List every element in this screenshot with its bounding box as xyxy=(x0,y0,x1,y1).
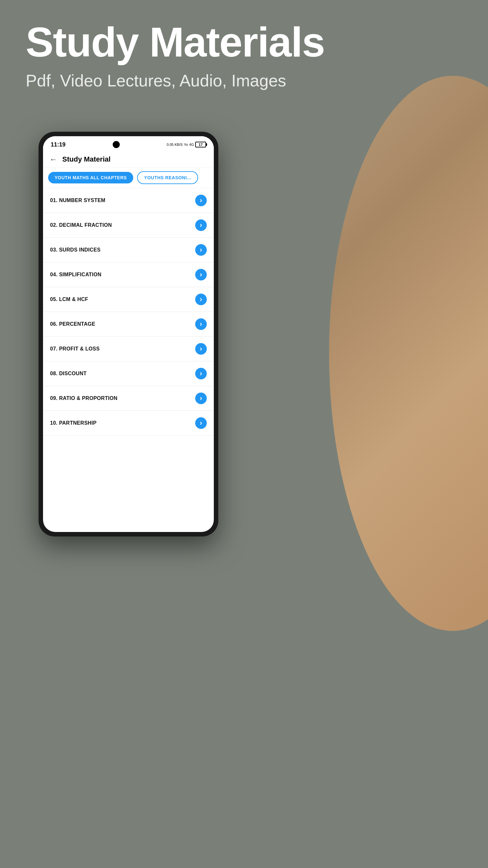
chapter-title: 06. PERCENTAGE xyxy=(50,321,95,327)
hero-title: Study Materials xyxy=(26,19,325,65)
battery-icon: 17 xyxy=(195,142,206,148)
chapter-item[interactable]: 08. DISCOUNT xyxy=(43,362,214,386)
chapter-item[interactable]: 10. PARTNERSHIP xyxy=(43,411,214,436)
hero-subtitle: Pdf, Video Lectures, Audio, Images xyxy=(26,71,325,90)
carrier: Yo xyxy=(184,143,188,147)
chapter-item[interactable]: 06. PERCENTAGE xyxy=(43,312,214,337)
chapter-arrow-icon xyxy=(195,318,207,330)
chapter-item[interactable]: 02. DECIMAL FRACTION xyxy=(43,213,214,238)
chapter-item[interactable]: 01. NUMBER SYSTEM xyxy=(43,188,214,213)
chapter-arrow-icon xyxy=(195,343,207,355)
chapter-title: 08. DISCOUNT xyxy=(50,371,87,376)
chapter-arrow-icon xyxy=(195,393,207,404)
chapter-list: 01. NUMBER SYSTEM02. DECIMAL FRACTION03.… xyxy=(43,188,214,532)
app-title: Study Material xyxy=(62,155,110,163)
network-speed: 0.05 KB/S xyxy=(167,143,183,147)
status-icons: 0.05 KB/S Yo 4G 17 xyxy=(167,142,206,148)
status-bar: 11:19 0.05 KB/S Yo 4G 17 xyxy=(43,136,214,152)
chapter-arrow-icon xyxy=(195,244,207,256)
hero-section: Study Materials Pdf, Video Lectures, Aud… xyxy=(26,19,325,90)
chapter-title: 03. SURDS INDICES xyxy=(50,247,100,253)
chapter-item[interactable]: 07. PROFIT & LOSS xyxy=(43,337,214,362)
status-time: 11:19 xyxy=(51,141,65,148)
chapter-arrow-icon xyxy=(195,219,207,231)
chapter-title: 02. DECIMAL FRACTION xyxy=(50,222,112,228)
chapter-title: 05. LCM & HCF xyxy=(50,297,88,302)
chapter-item[interactable]: 04. SIMPLIFICATION xyxy=(43,262,214,287)
tab-youths-reasoning[interactable]: YOUTHS REASONI... xyxy=(137,171,198,184)
back-button[interactable]: ← xyxy=(50,155,57,164)
chapter-title: 09. RATIO & PROPORTION xyxy=(50,396,118,401)
chapter-title: 01. NUMBER SYSTEM xyxy=(50,197,105,203)
chapter-arrow-icon xyxy=(195,293,207,305)
app-header: ← Study Material xyxy=(43,152,214,167)
chapter-title: 04. SIMPLIFICATION xyxy=(50,272,101,278)
phone-shell: 11:19 0.05 KB/S Yo 4G 17 ← Study Materia… xyxy=(38,132,218,536)
tab-youth-maths[interactable]: YOUTH MATHS ALL CHAPTERS xyxy=(48,172,133,183)
phone-screen: 11:19 0.05 KB/S Yo 4G 17 ← Study Materia… xyxy=(43,136,214,532)
chapter-item[interactable]: 09. RATIO & PROPORTION xyxy=(43,386,214,411)
camera-cutout xyxy=(113,141,120,148)
chapter-arrow-icon xyxy=(195,368,207,379)
phone-container: 11:19 0.05 KB/S Yo 4G 17 ← Study Materia… xyxy=(38,132,218,838)
chapter-title: 07. PROFIT & LOSS xyxy=(50,346,100,352)
chapter-arrow-icon xyxy=(195,417,207,429)
network-type: 4G xyxy=(189,143,194,147)
chapter-item[interactable]: 05. LCM & HCF xyxy=(43,287,214,312)
chapter-item[interactable]: 03. SURDS INDICES xyxy=(43,238,214,262)
chapter-title: 10. PARTNERSHIP xyxy=(50,420,97,426)
chapter-arrow-icon xyxy=(195,195,207,206)
chapter-arrow-icon xyxy=(195,269,207,280)
tab-bar: YOUTH MATHS ALL CHAPTERS YOUTHS REASONI.… xyxy=(43,167,214,188)
